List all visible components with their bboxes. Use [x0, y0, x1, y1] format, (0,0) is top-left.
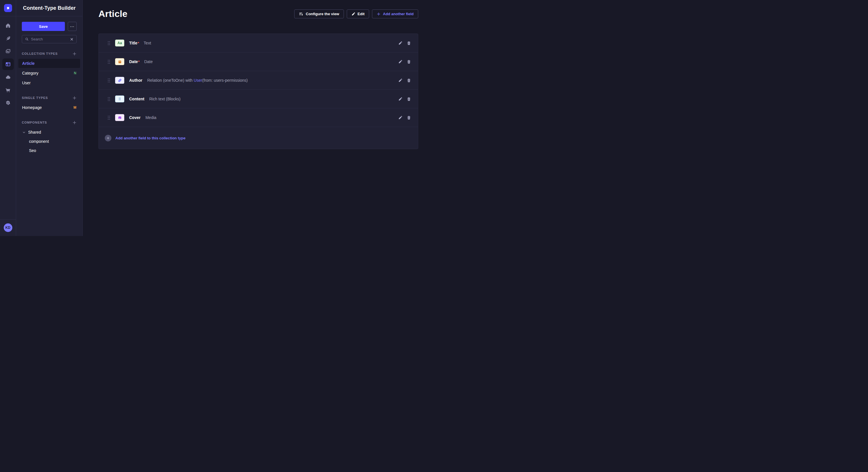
field-row-content: Content Rich text (Blocks)	[99, 90, 418, 108]
group-label: Shared	[28, 130, 41, 134]
components-section: COMPONENTS Shared component Seo	[22, 120, 76, 155]
sidebar-item-component[interactable]: component	[22, 137, 76, 146]
save-button[interactable]: Save	[22, 22, 65, 31]
field-type: Date	[144, 59, 153, 64]
single-types-section: SINGLE TYPES Homepage M	[22, 95, 76, 112]
field-row-cover: Cover Media	[99, 108, 418, 127]
sidebar-item-label: Homepage	[22, 105, 42, 110]
collection-types-section: COLLECTION TYPES Article Category N User	[22, 51, 76, 88]
drag-handle-icon[interactable]	[107, 41, 110, 45]
content-manager-icon[interactable]	[2, 33, 14, 44]
sidebar-item-seo[interactable]: Seo	[22, 146, 76, 155]
media-library-icon[interactable]	[2, 45, 14, 57]
field-name: Cover	[129, 115, 141, 120]
sidebar-item-user[interactable]: User	[19, 78, 80, 88]
sidebar-item-label: Seo	[29, 148, 36, 153]
field-row-title: Aa Title * Text	[99, 34, 418, 53]
add-component-button[interactable]	[72, 121, 76, 125]
field-name: Content	[129, 97, 144, 101]
page-title: Article	[98, 9, 127, 19]
pencil-icon	[351, 12, 355, 16]
blocks-icon	[115, 96, 124, 102]
rail-footer: KD	[0, 220, 16, 236]
field-type: Media	[146, 115, 156, 120]
more-options-button[interactable]: ⋯	[68, 22, 76, 31]
configure-view-label: Configure the view	[306, 12, 339, 16]
search-icon	[25, 37, 29, 41]
user-avatar[interactable]: KD	[4, 224, 12, 232]
sidebar-item-label: component	[29, 139, 49, 144]
marketplace-cart-icon[interactable]	[2, 84, 14, 96]
drag-handle-icon[interactable]	[107, 115, 110, 120]
strapi-logo[interactable]	[4, 4, 12, 12]
delete-field-icon[interactable]	[407, 97, 411, 101]
rail-logo-area	[0, 0, 16, 16]
edit-button[interactable]: Edit	[347, 9, 369, 19]
delete-field-icon[interactable]	[407, 41, 411, 45]
add-field-to-collection-button[interactable]: Add another field to this collection typ…	[99, 127, 418, 149]
rail-nav	[2, 20, 14, 109]
add-another-field-button[interactable]: Add another field	[372, 9, 418, 19]
search-input[interactable]	[31, 37, 68, 41]
status-badge-modified: M	[73, 105, 76, 109]
status-badge-new: N	[74, 71, 76, 75]
add-single-type-button[interactable]	[72, 96, 76, 100]
configure-list-icon	[299, 12, 303, 16]
delete-field-icon[interactable]	[407, 115, 411, 120]
plus-circle-icon	[105, 135, 112, 141]
drag-handle-icon[interactable]	[107, 78, 110, 82]
edit-field-icon[interactable]	[398, 41, 402, 45]
media-icon	[115, 114, 124, 121]
sidebar-item-label: Category	[22, 71, 38, 75]
field-name: Date	[129, 59, 138, 64]
field-type: Text	[144, 41, 151, 45]
deploy-cloud-icon[interactable]	[2, 71, 14, 83]
edit-field-icon[interactable]	[398, 97, 402, 101]
settings-gear-icon[interactable]	[2, 97, 14, 109]
plugin-sidebar: Content-Type Builder Save ⋯ COLLECTION T…	[16, 0, 83, 236]
drag-handle-icon[interactable]	[107, 60, 110, 64]
edit-field-icon[interactable]	[398, 115, 402, 120]
sidebar-item-category[interactable]: Category N	[19, 69, 80, 78]
search-input-wrapper	[22, 35, 76, 43]
date-icon	[115, 58, 124, 65]
configure-view-button[interactable]: Configure the view	[294, 9, 344, 19]
add-collection-type-button[interactable]	[72, 52, 76, 56]
field-type: Relation (oneToOne) with User(from: user…	[147, 78, 248, 82]
field-type: Rich text (Blocks)	[149, 97, 181, 101]
text-icon: Aa	[115, 40, 124, 46]
component-group-shared[interactable]: Shared	[22, 128, 76, 137]
section-label: COLLECTION TYPES	[22, 52, 58, 55]
relation-icon	[115, 77, 124, 84]
plus-icon	[377, 12, 381, 16]
drag-handle-icon[interactable]	[107, 97, 110, 101]
edit-field-icon[interactable]	[398, 60, 402, 64]
delete-field-icon[interactable]	[407, 60, 411, 64]
home-icon[interactable]	[2, 20, 14, 31]
edit-label: Edit	[358, 12, 365, 16]
section-label: COMPONENTS	[22, 121, 47, 124]
sidebar-item-label: Article	[22, 61, 35, 66]
sidebar-item-article[interactable]: Article	[19, 59, 80, 68]
plugin-title: Content-Type Builder	[23, 5, 76, 11]
chevron-down-icon	[22, 131, 26, 134]
add-field-to-collection-label: Add another field to this collection typ…	[115, 136, 185, 140]
field-row-date: Date * Date	[99, 53, 418, 71]
delete-field-icon[interactable]	[407, 78, 411, 82]
main-nav-rail: KD	[0, 0, 16, 236]
field-row-author: Author Relation (oneToOne) with User(fro…	[99, 71, 418, 90]
field-name: Author	[129, 78, 143, 82]
required-mark: *	[138, 60, 140, 64]
required-mark: *	[138, 41, 139, 45]
clear-search-icon[interactable]	[70, 38, 73, 41]
relation-target-link: User	[194, 78, 203, 82]
fields-list-card: Aa Title * Text Date * Date	[98, 34, 418, 149]
edit-field-icon[interactable]	[398, 78, 402, 82]
field-name: Title	[129, 41, 137, 45]
sidebar-item-label: User	[22, 80, 31, 85]
main-content: Article Configure the view	[83, 0, 434, 236]
content-type-builder-icon[interactable]	[2, 59, 14, 70]
sidebar-header: Content-Type Builder	[16, 0, 82, 16]
section-label: SINGLE TYPES	[22, 96, 48, 100]
sidebar-item-homepage[interactable]: Homepage M	[19, 103, 80, 112]
